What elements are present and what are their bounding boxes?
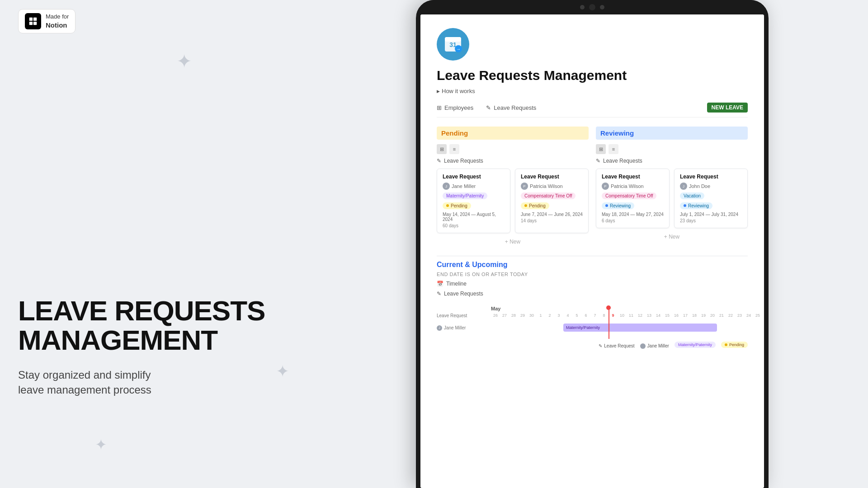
card-tag: Compensatory Time Off [521,192,576,199]
avatar: P [521,183,528,190]
svg-rect-3 [33,22,37,25]
date-row: 26 27 28 29 30 1 2 3 4 5 6 [491,313,762,318]
legend-person: Jane Miller [640,343,669,349]
card-days: 6 days [602,218,664,223]
card-date: May 18, 2024 — May 27, 2024 [602,212,664,217]
card-date: June 7, 2024 — June 26, 2024 [521,212,583,217]
kanban-section-pending: Pending ⊞ ≡ ✎ Leave Requests Leave Reque… [437,127,589,247]
pending-label: ✎ Leave Requests [437,158,589,164]
section-divider [437,256,748,256]
new-leave-button[interactable]: NEW LEAVE [707,103,748,113]
card-person: P Patricia Wilson [602,183,664,190]
card-title: Leave Request [680,174,742,180]
notion-page: 31 → Leave Requests Management How it wo… [420,14,764,488]
svg-rect-2 [29,22,33,25]
tablet-camera-bar [416,0,769,14]
timeline-bars: Maternity/Paternity [491,322,748,334]
timeline-dates: Leave Request 26 27 28 29 30 1 2 3 4 [437,313,748,318]
svg-rect-1 [33,18,37,21]
legend-leave-request: ✎ Leave Request [599,343,634,348]
filter-label: END DATE IS ON OR AFTER TODAY [437,272,748,277]
status-dot [446,204,449,207]
list-view-icon-pending[interactable]: ≡ [449,144,459,154]
current-upcoming-title: Current & Upcoming [437,261,748,269]
pending-add-new[interactable]: + New [437,237,589,247]
svg-rect-0 [29,18,33,21]
status-dot [605,204,608,207]
card-title: Leave Request [521,174,583,180]
grid-view-icon-pending[interactable]: ⊞ [437,144,447,154]
card-days: 23 days [680,218,742,223]
page-title: Leave Requests Management [437,68,748,83]
timeline-container: May Leave Request 26 27 28 29 30 1 [437,301,748,351]
pending-cards: Leave Request J Jane Miller Maternity/Pa… [437,169,589,233]
timeline-bar-maternity: Maternity/Paternity [563,324,717,332]
reviewing-label: ✎ Leave Requests [596,158,748,164]
card-title: Leave Request [443,174,505,180]
kanban-row: Pending ⊞ ≡ ✎ Leave Requests Leave Reque… [437,127,748,247]
card-status: Reviewing [602,202,634,209]
badge-text: Made for Notion [46,13,69,29]
card-person: J Jane Miller [443,183,505,190]
tablet-screen: 31 → Leave Requests Management How it wo… [420,14,764,488]
timeline-legend: ✎ Leave Request Jane Miller Maternity/Pa… [437,342,748,351]
card-title: Leave Request [602,174,664,180]
deco-star-3: ✦ [95,437,107,452]
camera-dot-center [589,4,595,10]
legend-avatar [640,343,646,349]
list-view-icon-reviewing[interactable]: ≡ [609,144,618,154]
timeline-month: May [437,306,748,311]
camera-dot-right [600,5,604,9]
avatar-small: J [437,325,442,331]
left-panel: Made for Notion ✦ ✦ ✦ LEAVE REQUESTS MAN… [0,0,316,488]
notion-icon [25,13,41,29]
pending-label-icon: ✎ [437,158,441,164]
card-tag: Vacation [680,192,704,199]
today-line [609,308,609,339]
card-status: Reviewing [680,202,712,209]
card-date: May 14, 2024 — August 5, 2024 [443,212,505,222]
card-tag: Compensatory Time Off [602,192,656,199]
deco-star-2: ✦ [276,363,289,380]
camera-dot-left [580,5,585,9]
card-status: Pending [521,202,549,209]
current-upcoming-section: Current & Upcoming END DATE IS ON OR AFT… [437,261,748,351]
right-panel: 31 → Leave Requests Management How it wo… [316,0,868,488]
tab-employees[interactable]: ⊞ Employees [437,104,473,111]
pending-view-icons: ⊞ ≡ [437,144,589,154]
kanban-section-reviewing: Reviewing ⊞ ≡ ✎ Leave Requests Leave Req… [596,127,748,247]
tab-leave-requests[interactable]: ✎ Leave Requests [486,104,536,111]
timeline-bar-row: J Jane Miller Maternity/Paternity [437,322,748,334]
avatar: J [443,183,450,190]
notion-badge: Made for Notion [18,9,75,33]
page-icon: 31 → [437,28,469,61]
kanban-title-pending: Pending [437,127,589,140]
grid-view-icon-reviewing[interactable]: ⊞ [596,144,606,154]
status-dot [524,204,527,207]
avatar: P [602,183,609,190]
tablet-mockup: 31 → Leave Requests Management How it wo… [416,0,769,488]
card-days: 14 days [521,218,583,223]
employees-icon: ⊞ [437,104,442,111]
legend-tag-maternity: Maternity/Paternity [675,342,716,348]
reviewing-view-icons: ⊞ ≡ [596,144,748,154]
left-main-content: LEAVE REQUESTS MANAGEMENT Stay organized… [18,296,289,470]
reviewing-add-new[interactable]: + New [596,232,748,242]
reviewing-cards: Leave Request P Patricia Wilson Compensa… [596,169,748,228]
pending-card-1: Leave Request J Jane Miller Maternity/Pa… [437,169,510,233]
reviewing-card-2: Leave Request J John Doe Vacation Review… [674,169,748,228]
legend-icon: ✎ [599,343,602,348]
timeline-label: 📅 Timeline [437,281,748,287]
timeline-icon: 📅 [437,281,443,287]
leave-requests-icon: ✎ [486,104,491,111]
legend-status: Pending [721,342,748,348]
headline: LEAVE REQUESTS MANAGEMENT [18,296,289,355]
card-date: July 1, 2024 — July 31, 2024 [680,212,742,217]
how-it-works-toggle[interactable]: How it works [437,88,748,94]
reviewing-card-1: Leave Request P Patricia Wilson Compensa… [596,169,670,228]
leave-requests-icon: ✎ [437,291,441,297]
card-tag: Maternity/Paternity [443,192,487,199]
leave-requests-label: ✎ Leave Requests [437,291,748,297]
status-dot [684,204,686,207]
svg-text:→: → [456,47,461,52]
